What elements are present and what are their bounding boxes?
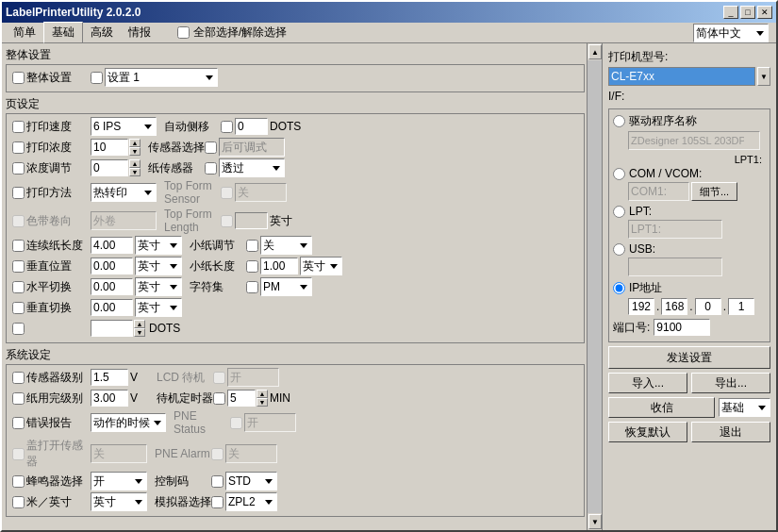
vertical-position-input[interactable] <box>91 258 133 274</box>
maximize-button[interactable]: □ <box>740 6 755 19</box>
com-radio[interactable] <box>613 168 625 180</box>
paper-end-level-checkbox[interactable] <box>12 392 25 405</box>
vertical-switch-input[interactable] <box>91 299 133 316</box>
pne-alarm-select[interactable]: 关 <box>225 444 277 463</box>
print-speed-select[interactable]: 6 IPS <box>91 117 157 136</box>
paper-end-level-input[interactable] <box>91 390 128 407</box>
control-code-select[interactable]: STD <box>225 472 277 490</box>
cover-sensor-select[interactable]: 关 <box>91 444 147 463</box>
vertical-position-checkbox[interactable] <box>12 260 25 273</box>
port-input[interactable] <box>654 319 710 336</box>
pne-alarm-checkbox[interactable] <box>211 448 223 460</box>
close-button[interactable]: ✕ <box>757 6 772 19</box>
usb-radio[interactable] <box>613 243 625 256</box>
continuous-length-input[interactable] <box>91 237 133 254</box>
setting-value-checkbox[interactable] <box>91 72 103 84</box>
lcd-standby-checkbox[interactable] <box>213 372 225 384</box>
language-selector[interactable]: 简体中文 <box>693 24 769 42</box>
print-density-input[interactable] <box>91 139 128 156</box>
menu-advanced[interactable]: 高级 <box>83 23 121 42</box>
lcd-standby-select[interactable]: 开 <box>227 368 279 387</box>
sensor-select-select[interactable]: 后可调式 <box>219 138 285 157</box>
receive-btn[interactable]: 收信 <box>608 397 715 418</box>
usb-select[interactable] <box>628 258 722 276</box>
send-settings-btn[interactable]: 发送设置 <box>608 346 770 369</box>
select-all-checkbox-label[interactable]: 全部选择/解除选择 <box>177 25 287 41</box>
print-speed-checkbox[interactable] <box>12 121 25 133</box>
small-paper-length-input[interactable] <box>260 258 298 274</box>
sensor-level-input[interactable] <box>91 369 128 386</box>
vertical-position-unit-select[interactable]: 英寸 <box>135 257 182 275</box>
continuous-length-checkbox[interactable] <box>12 240 25 252</box>
small-paper-adjust-checkbox[interactable] <box>246 240 258 252</box>
scroll-down-btn[interactable]: ▼ <box>588 514 602 529</box>
com-select[interactable]: COM1: <box>628 182 689 201</box>
error-report-checkbox[interactable] <box>12 417 25 429</box>
density-adjust-checkbox[interactable] <box>12 162 25 175</box>
vertical-switch-unit-select[interactable]: 英寸 <box>135 298 182 317</box>
printer-model-dropdown-btn[interactable]: ▼ <box>757 67 770 86</box>
pne-status-select[interactable]: 开 <box>244 413 296 432</box>
vertical-switch-checkbox[interactable] <box>12 302 25 314</box>
cover-sensor-checkbox[interactable] <box>12 448 25 460</box>
density-down-btn[interactable]: ▼ <box>129 147 141 156</box>
minimize-button[interactable]: _ <box>723 6 738 19</box>
lpt-select[interactable]: LPT1: <box>628 220 722 239</box>
menu-info[interactable]: 情报 <box>121 23 158 42</box>
density-spinner[interactable]: ▲ ▼ <box>129 139 141 156</box>
scroll-up-btn[interactable]: ▲ <box>588 44 602 59</box>
vs-up-btn[interactable]: ▲ <box>134 320 145 328</box>
vertical-switch-spinner[interactable]: ▲ ▼ <box>134 320 145 337</box>
sensor-level-checkbox[interactable] <box>12 372 25 384</box>
print-method-checkbox[interactable] <box>12 187 25 199</box>
density-adj-down-btn[interactable]: ▼ <box>129 168 141 176</box>
general-setting-select[interactable]: 设置 1 <box>105 68 218 87</box>
charset-select[interactable]: PM <box>260 277 312 296</box>
top-form-length-checkbox[interactable] <box>221 215 233 227</box>
sensor-select-checkbox[interactable] <box>205 141 217 154</box>
language-select[interactable]: 简体中文 <box>693 24 769 42</box>
com-detail-btn[interactable]: 细节... <box>691 182 737 201</box>
unit-select-checkbox[interactable] <box>12 496 25 508</box>
printer-model-input[interactable] <box>608 67 755 86</box>
paper-sensor-select[interactable]: 透过 <box>219 158 285 177</box>
ribbon-direction-select[interactable]: 外卷 <box>91 211 157 230</box>
timer-down-btn[interactable]: ▼ <box>257 398 268 407</box>
timer-up-btn[interactable]: ▲ <box>257 390 268 398</box>
vs-down-btn[interactable]: ▼ <box>134 328 145 337</box>
emulator-select[interactable]: ZPL2 <box>225 492 277 511</box>
control-code-checkbox[interactable] <box>211 475 223 488</box>
auto-move-checkbox[interactable] <box>221 121 233 133</box>
standby-timer-checkbox[interactable] <box>213 392 225 405</box>
density-up-btn[interactable]: ▲ <box>129 139 141 147</box>
import-btn[interactable]: 导入... <box>608 373 687 393</box>
horizontal-switch-unit-select[interactable]: 英寸 <box>135 277 182 296</box>
horizontal-switch-input[interactable] <box>91 278 133 295</box>
general-setting-checkbox[interactable] <box>12 72 25 84</box>
ip-radio[interactable] <box>613 282 625 294</box>
density-adjust-input[interactable] <box>91 159 128 176</box>
continuous-length-unit-select[interactable]: 英寸 <box>135 236 182 255</box>
density-adjust-spinner[interactable]: ▲ ▼ <box>129 159 141 176</box>
top-form-sensor-checkbox[interactable] <box>221 187 233 199</box>
ip-octet-3[interactable] <box>695 298 721 315</box>
standby-timer-spinner[interactable]: ▲ ▼ <box>257 390 268 407</box>
small-paper-length-unit-select[interactable]: 英寸 <box>300 257 342 275</box>
auto-move-input[interactable] <box>235 118 268 135</box>
menu-basic[interactable]: 基础 <box>43 22 83 43</box>
top-form-sensor-select[interactable]: 关 <box>235 183 287 202</box>
ip-octet-2[interactable] <box>661 298 687 315</box>
small-paper-adjust-select[interactable]: 关 <box>260 236 312 255</box>
lpt-radio[interactable] <box>613 206 625 218</box>
scrollbar[interactable]: ▲ ▼ <box>587 43 602 530</box>
driver-select[interactable]: ZDesigner 105SL 203DPI <box>628 131 760 150</box>
error-report-select[interactable]: 动作的时候 <box>91 413 166 432</box>
ribbon-direction-checkbox[interactable] <box>12 215 25 227</box>
pne-status-checkbox[interactable] <box>230 417 242 429</box>
emulator-checkbox[interactable] <box>211 496 223 508</box>
buzzer-checkbox[interactable] <box>12 475 25 488</box>
buzzer-select[interactable]: 开 <box>91 472 147 490</box>
horizontal-switch-checkbox[interactable] <box>12 281 25 293</box>
small-paper-length-checkbox[interactable] <box>246 260 258 273</box>
select-all-checkbox[interactable] <box>177 26 190 39</box>
